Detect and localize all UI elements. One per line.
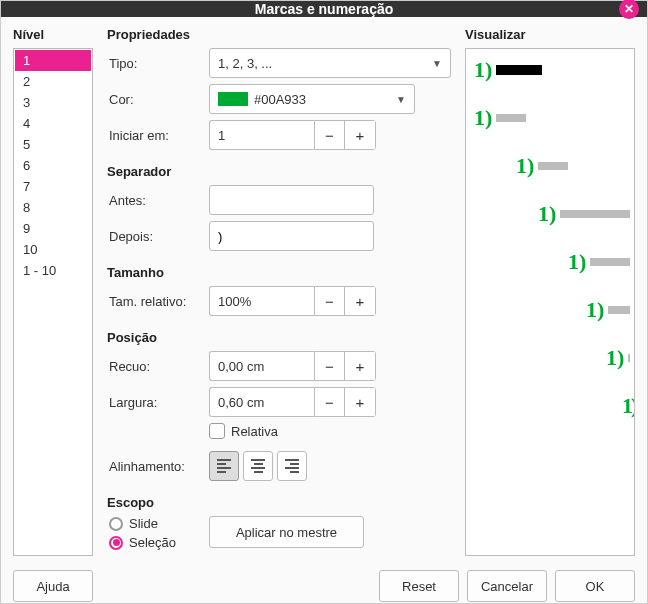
width-spinner[interactable]: 0,60 cm − + — [209, 387, 376, 417]
level-item-6[interactable]: 6 — [15, 155, 91, 176]
scope-slide-label: Slide — [129, 516, 158, 531]
level-item-1-10[interactable]: 1 - 10 — [15, 260, 91, 281]
start-at-label: Iniciar em: — [107, 128, 209, 143]
scope-selection-label: Seleção — [129, 535, 176, 550]
start-at-value[interactable]: 1 — [209, 120, 314, 150]
dropdown-icon: ▼ — [432, 58, 442, 69]
checkbox-icon — [209, 423, 225, 439]
type-select[interactable]: 1, 2, 3, ... ▼ — [209, 48, 451, 78]
preview-box: 1) 1) 1) 1) 1) 1) 1) 1) — [465, 48, 635, 556]
color-select[interactable]: #00A933 ▼ — [209, 84, 415, 114]
indent-decrement[interactable]: − — [315, 352, 345, 380]
type-value: 1, 2, 3, ... — [218, 56, 272, 71]
level-item-8[interactable]: 8 — [15, 197, 91, 218]
close-icon: ✕ — [624, 2, 634, 16]
scope-slide-radio[interactable]: Slide — [109, 516, 209, 531]
level-item-10[interactable]: 10 — [15, 239, 91, 260]
preview-header: Visualizar — [465, 27, 635, 42]
rel-size-increment[interactable]: + — [345, 287, 375, 315]
separator-header: Separador — [107, 164, 451, 179]
indent-increment[interactable]: + — [345, 352, 375, 380]
level-item-1[interactable]: 1 — [15, 50, 91, 71]
titlebar: Marcas e numeração ✕ — [1, 1, 647, 17]
align-right-button[interactable] — [277, 451, 307, 481]
rel-size-spinner[interactable]: 100% − + — [209, 286, 376, 316]
after-input[interactable] — [209, 221, 374, 251]
type-label: Tipo: — [107, 56, 209, 71]
start-increment[interactable]: + — [345, 121, 375, 149]
reset-button[interactable]: Reset — [379, 570, 459, 602]
before-input[interactable] — [209, 185, 374, 215]
align-center-button[interactable] — [243, 451, 273, 481]
level-item-3[interactable]: 3 — [15, 92, 91, 113]
apply-master-button[interactable]: Aplicar no mestre — [209, 516, 364, 548]
properties-column: Propriedades Tipo: 1, 2, 3, ... ▼ Cor: — [107, 27, 451, 556]
start-decrement[interactable]: − — [315, 121, 345, 149]
help-button[interactable]: Ajuda — [13, 570, 93, 602]
start-at-spinner[interactable]: 1 − + — [209, 120, 376, 150]
scope-selection-radio[interactable]: Seleção — [109, 535, 209, 550]
align-left-icon — [217, 459, 231, 473]
size-header: Tamanho — [107, 265, 451, 280]
width-increment[interactable]: + — [345, 388, 375, 416]
width-value[interactable]: 0,60 cm — [209, 387, 314, 417]
rel-size-decrement[interactable]: − — [315, 287, 345, 315]
dialog-title: Marcas e numeração — [255, 1, 394, 17]
position-header: Posição — [107, 330, 451, 345]
rel-size-value[interactable]: 100% — [209, 286, 314, 316]
dropdown-icon: ▼ — [396, 94, 406, 105]
level-column: Nível 1 2 3 4 5 6 7 8 9 10 1 - 10 — [13, 27, 93, 556]
dialog-footer: Ajuda Reset Cancelar OK — [1, 562, 647, 604]
relative-label: Relativa — [231, 424, 278, 439]
before-label: Antes: — [107, 193, 209, 208]
properties-header: Propriedades — [107, 27, 451, 42]
scope-header: Escopo — [107, 495, 451, 510]
cancel-button[interactable]: Cancelar — [467, 570, 547, 602]
preview-column: Visualizar 1) 1) 1) 1) 1) 1) 1) 1) — [465, 27, 635, 556]
width-label: Largura: — [107, 395, 209, 410]
indent-spinner[interactable]: 0,00 cm − + — [209, 351, 376, 381]
align-center-icon — [251, 459, 265, 473]
alignment-label: Alinhamento: — [107, 459, 209, 474]
indent-label: Recuo: — [107, 359, 209, 374]
level-item-4[interactable]: 4 — [15, 113, 91, 134]
level-item-5[interactable]: 5 — [15, 134, 91, 155]
indent-value[interactable]: 0,00 cm — [209, 351, 314, 381]
align-left-button[interactable] — [209, 451, 239, 481]
level-item-7[interactable]: 7 — [15, 176, 91, 197]
align-right-icon — [285, 459, 299, 473]
width-decrement[interactable]: − — [315, 388, 345, 416]
color-label: Cor: — [107, 92, 209, 107]
level-header: Nível — [13, 27, 93, 42]
dialog-window: Marcas e numeração ✕ Nível 1 2 3 4 5 6 7… — [0, 0, 648, 604]
ok-button[interactable]: OK — [555, 570, 635, 602]
color-value: #00A933 — [254, 92, 306, 107]
level-item-9[interactable]: 9 — [15, 218, 91, 239]
level-list[interactable]: 1 2 3 4 5 6 7 8 9 10 1 - 10 — [13, 48, 93, 556]
color-swatch — [218, 92, 248, 106]
close-button[interactable]: ✕ — [619, 0, 639, 19]
after-label: Depois: — [107, 229, 209, 244]
level-item-2[interactable]: 2 — [15, 71, 91, 92]
rel-size-label: Tam. relativo: — [107, 294, 209, 309]
dialog-content: Nível 1 2 3 4 5 6 7 8 9 10 1 - 10 Propri… — [1, 17, 647, 562]
relative-checkbox[interactable]: Relativa — [209, 423, 278, 439]
